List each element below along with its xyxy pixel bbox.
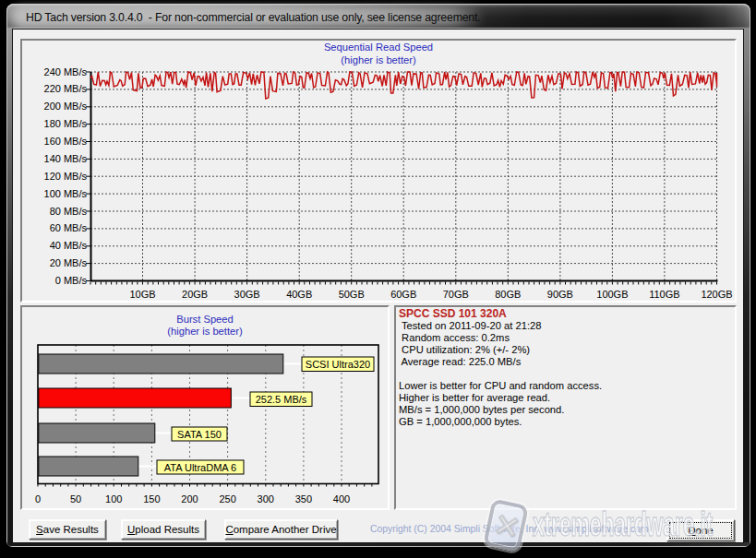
svg-text:120 MB/s: 120 MB/s <box>44 171 88 182</box>
svg-text:200: 200 <box>181 493 198 505</box>
svg-text:140 MB/s: 140 MB/s <box>44 153 88 164</box>
svg-text:10GB: 10GB <box>129 289 155 300</box>
svg-text:SATA 150: SATA 150 <box>177 429 222 440</box>
svg-text:60 MB/s: 60 MB/s <box>50 222 88 233</box>
svg-text:0: 0 <box>35 493 41 505</box>
svg-text:160 MB/s: 160 MB/s <box>44 136 88 147</box>
svg-text:80 MB/s: 80 MB/s <box>50 206 88 217</box>
svg-text:220 MB/s: 220 MB/s <box>44 83 88 94</box>
svg-text:40 MB/s: 40 MB/s <box>50 240 88 251</box>
svg-text:50: 50 <box>70 493 81 505</box>
svg-text:110GB: 110GB <box>649 289 679 300</box>
svg-text:50GB: 50GB <box>339 289 365 300</box>
svg-text:40GB: 40GB <box>286 289 312 300</box>
svg-text:180 MB/s: 180 MB/s <box>44 118 88 129</box>
svg-text:60GB: 60GB <box>390 289 416 300</box>
svg-text:200 MB/s: 200 MB/s <box>44 101 88 112</box>
svg-text:100GB: 100GB <box>596 289 628 300</box>
svg-text:100: 100 <box>105 493 122 505</box>
svg-text:100 MB/s: 100 MB/s <box>44 188 88 199</box>
svg-text:252.5 MB/s: 252.5 MB/s <box>256 394 307 405</box>
svg-text:20GB: 20GB <box>182 289 208 300</box>
svg-text:240 MB/s: 240 MB/s <box>44 66 88 77</box>
svg-text:150: 150 <box>143 493 160 505</box>
svg-text:ATA UltraDMA 6: ATA UltraDMA 6 <box>164 462 236 473</box>
svg-text:0 MB/s: 0 MB/s <box>55 275 88 286</box>
svg-text:350: 350 <box>295 493 312 505</box>
svg-text:120GB: 120GB <box>701 289 732 300</box>
svg-text:90GB: 90GB <box>547 289 573 300</box>
svg-text:30GB: 30GB <box>234 289 260 300</box>
svg-text:SCSI Ultra320: SCSI Ultra320 <box>306 359 370 370</box>
svg-text:70GB: 70GB <box>443 289 469 300</box>
svg-text:300: 300 <box>258 493 274 505</box>
svg-text:80GB: 80GB <box>495 289 521 300</box>
svg-text:400: 400 <box>333 493 350 505</box>
svg-text:250: 250 <box>219 493 235 505</box>
svg-text:20 MB/s: 20 MB/s <box>50 257 88 268</box>
